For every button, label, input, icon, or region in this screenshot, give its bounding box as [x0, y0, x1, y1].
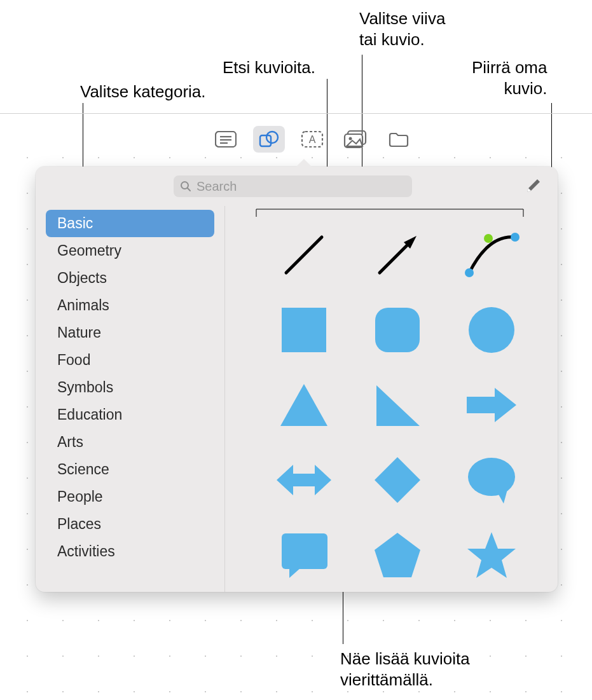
- divider: [0, 113, 592, 114]
- category-places[interactable]: Places: [46, 511, 214, 538]
- category-label: Arts: [57, 434, 83, 451]
- text-icon: A: [301, 130, 324, 148]
- callout-select-line-or-shape: Valitse viiva tai kuvio.: [359, 8, 445, 50]
- svg-marker-25: [277, 465, 331, 495]
- shape-square[interactable]: [272, 298, 336, 362]
- callout-draw-own-shape: Piirrä oma kuvio.: [472, 57, 547, 99]
- category-activities[interactable]: Activities: [46, 538, 214, 565]
- category-basic[interactable]: Basic: [46, 210, 214, 237]
- shape-pentagon[interactable]: [366, 523, 429, 587]
- pen-icon: [525, 178, 541, 195]
- folder-icon: [388, 131, 410, 148]
- svg-marker-24: [467, 388, 516, 422]
- category-label: Nature: [57, 324, 101, 341]
- category-label: Food: [57, 352, 90, 369]
- svg-marker-23: [376, 385, 420, 426]
- shape-arrow-right[interactable]: [460, 373, 523, 437]
- svg-text:A: A: [309, 134, 316, 145]
- category-label: Animals: [57, 297, 109, 314]
- category-education[interactable]: Education: [46, 401, 214, 429]
- shape-speech-bubble[interactable]: [460, 448, 523, 512]
- insert-toolbar: A: [210, 126, 415, 153]
- shape-line[interactable]: [272, 223, 336, 287]
- svg-marker-26: [375, 457, 420, 503]
- category-symbols[interactable]: Symbols: [46, 374, 214, 401]
- shape-arrow-line[interactable]: [366, 223, 429, 287]
- svg-marker-31: [375, 533, 420, 577]
- callout-search-shapes: Etsi kuvioita.: [223, 57, 315, 78]
- category-label: Activities: [57, 543, 115, 560]
- search-input[interactable]: [196, 179, 406, 194]
- category-label: Science: [57, 461, 109, 478]
- svg-point-5: [266, 132, 278, 143]
- shapes-icon: [258, 130, 280, 149]
- shape-diamond[interactable]: [366, 448, 429, 512]
- category-animals[interactable]: Animals: [46, 292, 214, 319]
- shape-star[interactable]: [460, 523, 523, 587]
- svg-marker-30: [289, 568, 301, 578]
- toolbar-text-button[interactable]: A: [296, 126, 328, 153]
- toolbar-list-button[interactable]: [210, 126, 242, 153]
- svg-line-14: [380, 242, 410, 273]
- toolbar-folder-button[interactable]: [383, 126, 415, 153]
- category-sidebar: Basic Geometry Objects Animals Nature Fo…: [36, 206, 225, 592]
- shape-circle[interactable]: [460, 298, 523, 362]
- shape-grid: [225, 206, 558, 592]
- svg-rect-20: [375, 308, 420, 352]
- search-field[interactable]: [174, 175, 412, 197]
- shape-curve[interactable]: [460, 223, 523, 287]
- svg-point-17: [511, 233, 520, 242]
- shape-callout-rect[interactable]: [272, 523, 336, 587]
- svg-rect-19: [282, 308, 326, 352]
- list-icon: [215, 131, 237, 148]
- callout-select-category: Valitse kategoria.: [80, 81, 206, 102]
- toolbar-shapes-button[interactable]: [253, 126, 285, 153]
- category-label: Education: [57, 406, 122, 423]
- svg-point-21: [469, 307, 514, 353]
- category-label: Objects: [57, 270, 107, 287]
- shapes-popover: Basic Geometry Objects Animals Nature Fo…: [36, 167, 558, 592]
- svg-rect-4: [260, 135, 271, 146]
- draw-shape-button[interactable]: [522, 175, 544, 197]
- svg-point-18: [484, 234, 493, 243]
- category-people[interactable]: People: [46, 483, 214, 511]
- category-food[interactable]: Food: [46, 347, 214, 374]
- svg-point-16: [465, 268, 474, 277]
- category-label: Basic: [57, 215, 93, 232]
- svg-line-12: [188, 188, 190, 191]
- category-science[interactable]: Science: [46, 456, 214, 483]
- search-icon: [180, 181, 191, 192]
- shape-double-arrow[interactable]: [272, 448, 336, 512]
- category-label: Symbols: [57, 379, 113, 396]
- shape-rounded-square[interactable]: [366, 298, 429, 362]
- toolbar-media-button[interactable]: [340, 126, 371, 153]
- category-label: Places: [57, 516, 101, 533]
- svg-rect-29: [282, 533, 327, 569]
- svg-point-27: [468, 458, 515, 496]
- category-label: Geometry: [57, 242, 121, 259]
- category-objects[interactable]: Objects: [46, 264, 214, 292]
- category-label: People: [57, 488, 103, 505]
- media-icon: [343, 130, 368, 149]
- shape-right-triangle[interactable]: [366, 373, 429, 437]
- category-nature[interactable]: Nature: [46, 319, 214, 347]
- svg-point-10: [349, 137, 352, 141]
- popover-header: [36, 167, 558, 206]
- svg-marker-22: [280, 384, 327, 426]
- category-arts[interactable]: Arts: [46, 429, 214, 456]
- shape-triangle[interactable]: [272, 373, 336, 437]
- svg-line-13: [286, 237, 322, 273]
- category-geometry[interactable]: Geometry: [46, 237, 214, 264]
- svg-marker-32: [467, 532, 516, 578]
